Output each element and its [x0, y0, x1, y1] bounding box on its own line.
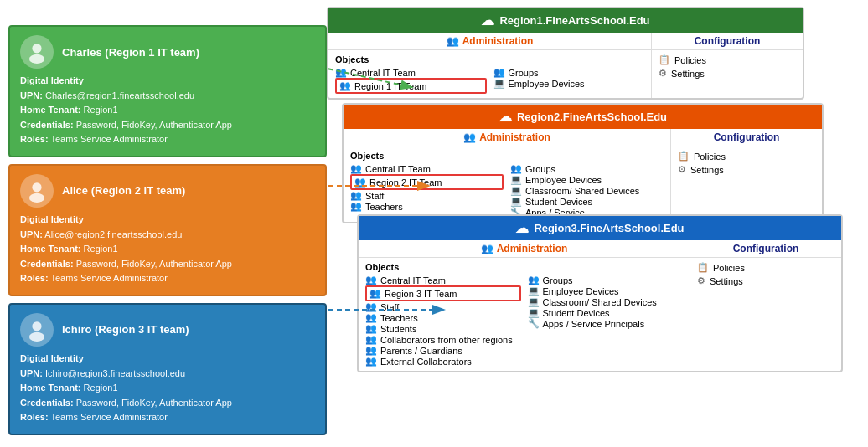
region2-obj-groups: 👥 Groups [510, 163, 664, 174]
region2-obj-staff: 👥 Staff [350, 190, 504, 201]
svg-point-3 [29, 193, 44, 203]
alice-ht: Region1 [84, 244, 118, 254]
alice-di-label: Digital Identity [20, 214, 84, 224]
region2-objects: Objects 👥 Central IT Team 👥 Region 2 IT … [344, 146, 670, 222]
charles-di-label: Digital Identity [20, 75, 84, 85]
region1-policies: 📋 Policies [659, 54, 796, 65]
charles-cred-label: Credentials: [20, 120, 74, 130]
charles-ht-label: Home Tenant: [20, 105, 81, 115]
region3-admin-icon: 👥 [481, 243, 493, 254]
region3-obj-region-team: 👥 Region 3 IT Team [365, 285, 521, 301]
region1-admin-header: 👥 Administration [328, 33, 651, 50]
region3-obj-staff: 👥 Staff [365, 301, 521, 312]
region3-students-text: Students [380, 324, 416, 334]
ichiro-roles-label: Roles: [20, 412, 49, 422]
charles-avatar [20, 35, 54, 69]
region2-objects-grid: 👥 Central IT Team 👥 Region 2 IT Team 👥 [350, 163, 664, 218]
charles-upn-label: UPN: [20, 90, 43, 100]
region3-external-icon: 👥 [365, 356, 377, 367]
region2-config-label: Configuration [714, 131, 780, 143]
region2-admin-header: 👥 Administration [344, 129, 670, 146]
region1-obj-central-it: 👥 Central IT Team [335, 67, 487, 78]
region1-admin-icon: 👥 [447, 35, 459, 47]
region3-col1: 👥 Central IT Team 👥 Region 3 IT Team 👥 [365, 275, 521, 367]
ichiro-upn: Ichiro@region3.fineartsschool.edu [45, 368, 185, 378]
svg-point-5 [29, 332, 44, 342]
svg-point-4 [32, 321, 41, 331]
region2-central-it-text: Central IT Team [365, 164, 431, 174]
alice-roles-label: Roles: [20, 273, 49, 283]
region2-classroom-icon: 💻 [510, 185, 522, 196]
region2-config-content: 📋 Policies ⚙ Settings [671, 146, 822, 182]
region2-panel: ☁ Region2.FineArtsSchool.Edu 👥 Administr… [342, 103, 824, 224]
region1-central-it-icon: 👥 [335, 67, 347, 78]
ichiro-cred: Password, FidoKey, Authenticator App [76, 398, 232, 408]
region3-obj-parents: 👥 Parents / Guardians [365, 345, 521, 356]
region2-settings: ⚙ Settings [678, 164, 815, 175]
region3-settings-icon: ⚙ [697, 275, 705, 286]
region2-groups-text: Groups [525, 164, 555, 174]
region3-region-team-text: Region 3 IT Team [385, 289, 457, 299]
region1-central-it-text: Central IT Team [350, 68, 416, 78]
alice-cred-label: Credentials: [20, 259, 74, 269]
region2-employee-devices-text: Employee Devices [525, 175, 602, 185]
charles-name: Charles (Region 1 IT team) [62, 46, 199, 59]
region3-left: 👥 Administration Objects 👥 Central IT Te… [359, 240, 690, 371]
region1-config-header: Configuration [652, 33, 803, 50]
region3-parents-icon: 👥 [365, 345, 377, 356]
region3-obj-collaborators: 👥 Collaborators from other regions [365, 334, 521, 345]
region3-collaborators-icon: 👥 [365, 334, 377, 345]
region3-staff-icon: 👥 [365, 301, 377, 312]
region3-cloud-icon: ☁ [515, 220, 529, 236]
region3-objects: Objects 👥 Central IT Team 👥 Region 3 IT … [359, 258, 690, 371]
region3-admin-label: Administration [497, 243, 568, 254]
region1-employee-devices-text: Employee Devices [509, 79, 585, 89]
region2-left: 👥 Administration Objects 👥 Central IT Te… [344, 129, 671, 222]
region3-employee-devices-text: Employee Devices [543, 286, 619, 296]
charles-card: Charles (Region 1 IT team) Digital Ident… [8, 25, 327, 157]
region3-config-label: Configuration [733, 243, 799, 254]
region3-obj-external: 👥 External Collaborators [365, 356, 521, 367]
region3-apps-icon: 🔧 [528, 318, 540, 329]
region3-obj-student-devices: 💻 Student Devices [528, 307, 684, 318]
region1-cloud-icon: ☁ [481, 13, 494, 28]
ichiro-di-label: Digital Identity [20, 353, 84, 363]
ichiro-ht-label: Home Tenant: [20, 383, 81, 393]
region3-policies-text: Policies [713, 263, 745, 273]
ichiro-roles: Teams Service Administrator [50, 412, 167, 422]
svg-point-1 [29, 54, 44, 64]
ichiro-details: Digital Identity UPN: Ichiro@region3.fin… [20, 352, 315, 425]
region1-obj-region-team: 👥 Region 1 IT Team [335, 78, 487, 94]
svg-point-0 [32, 44, 41, 53]
region3-obj-students: 👥 Students [365, 323, 521, 334]
region1-region-team-text: Region 1 IT Team [354, 81, 426, 91]
region1-col2: 👥 Groups 💻 Employee Devices [493, 67, 645, 94]
region2-settings-icon: ⚙ [678, 164, 686, 175]
region1-config-content: 📋 Policies ⚙ Settings [652, 50, 803, 85]
region2-admin-icon: 👥 [463, 131, 476, 143]
region3-config-header: Configuration [690, 240, 841, 258]
region1-obj-groups: 👥 Groups [493, 67, 645, 78]
ichiro-header: Ichiro (Region 3 IT team) [20, 313, 315, 347]
region1-policy-icon: 📋 [659, 54, 670, 65]
region2-central-it-icon: 👥 [350, 163, 362, 174]
region2-region-team-text: Region 2 IT Team [369, 177, 442, 188]
alice-header: Alice (Region 2 IT team) [20, 174, 315, 208]
region2-cloud-icon: ☁ [499, 109, 512, 125]
region3-obj-classroom: 💻 Classroom/ Shared Devices [528, 296, 684, 307]
region1-obj-employee-devices: 💻 Employee Devices [493, 78, 645, 89]
region1-title: Region1.FineArtsSchool.Edu [499, 14, 649, 27]
ichiro-card: Ichiro (Region 3 IT team) Digital Identi… [8, 303, 327, 435]
region2-staff-icon: 👥 [350, 190, 362, 201]
region2-policies-text: Policies [694, 152, 726, 162]
region2-teachers-icon: 👥 [350, 201, 362, 212]
region3-central-it-text: Central IT Team [380, 275, 446, 285]
region2-title: Region2.FineArtsSchool.Edu [517, 110, 667, 123]
region2-obj-central-it: 👥 Central IT Team [350, 163, 504, 174]
region3-panel: ☁ Region3.FineArtsSchool.Edu 👥 Administr… [357, 214, 843, 372]
region2-policy-icon: 📋 [678, 151, 690, 162]
region2-obj-teachers: 👥 Teachers [350, 201, 504, 212]
region3-external-text: External Collaborators [380, 357, 472, 367]
region3-employee-devices-icon: 💻 [528, 285, 540, 296]
alice-details: Digital Identity UPN: Alice@region2.fine… [20, 213, 315, 286]
